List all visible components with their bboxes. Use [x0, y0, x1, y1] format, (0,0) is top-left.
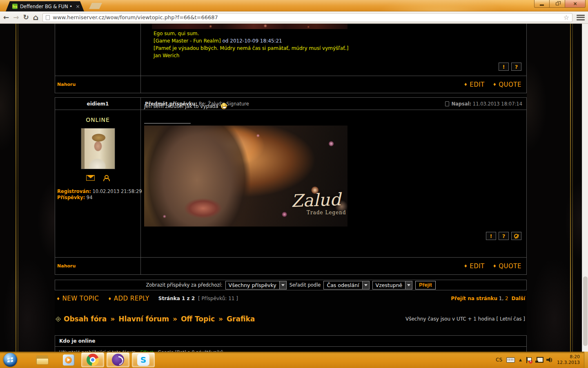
column-divider: [140, 98, 141, 274]
show-posts-label: Zobrazit příspěvky za předchozí:: [146, 282, 222, 288]
restore-button[interactable]: [550, 0, 565, 8]
taskbar-clock[interactable]: 8:20 12.3.2013: [557, 354, 580, 366]
forum-content: Ego sum, qui sum. [Game Master - Fun Rea…: [55, 24, 527, 352]
chrome-taskbar-button[interactable]: [81, 352, 104, 367]
show-desktop-button[interactable]: [584, 352, 588, 368]
signature-title-text: Zalud: [291, 189, 341, 211]
post-author[interactable]: eidiem1: [55, 98, 140, 110]
next-page-link[interactable]: Další: [512, 296, 525, 301]
sort-field-select[interactable]: Čas odeslání: [323, 281, 369, 289]
network-icon[interactable]: [535, 357, 542, 363]
breadcrumb: Obsah fóra » Hlavní fórum » Off Topic » …: [55, 311, 527, 327]
sort-field-value: Čas odeslání: [324, 282, 362, 288]
breadcrumb-main-forum[interactable]: Hlavní fórum: [118, 315, 169, 323]
post-icon: [445, 101, 449, 106]
nahoru-link[interactable]: Nahoru: [57, 263, 76, 269]
board-index-icon[interactable]: [56, 316, 61, 322]
forward-icon[interactable]: →: [13, 14, 19, 21]
no-entry-icon: [514, 234, 519, 238]
browser-tab[interactable]: hs Deffender BG & FUN • Zob ×: [6, 1, 84, 11]
show-posts-value: Všechny příspěvky: [226, 282, 279, 288]
registered-value: 10.02.2013 21:58:29: [92, 188, 142, 194]
diamond-icon: ♦: [464, 82, 468, 87]
keyboard-icon[interactable]: [506, 357, 515, 363]
diamond-icon: ♦: [464, 264, 468, 268]
send-email-icon[interactable]: [86, 175, 95, 181]
timezone-info: Všechny časy jsou v UTC + 1 hodina [ Let…: [405, 316, 527, 322]
reload-icon[interactable]: ↻: [23, 14, 29, 21]
bookmark-star-icon[interactable]: ☆: [564, 14, 569, 21]
media-player-icon[interactable]: [63, 355, 74, 366]
ornament-right: [527, 24, 582, 352]
tab-close-icon[interactable]: ×: [76, 3, 80, 9]
language-indicator[interactable]: CS: [496, 357, 502, 363]
view-profile-icon[interactable]: [103, 175, 109, 181]
skype-taskbar-button[interactable]: S: [132, 352, 155, 367]
goto-page-label[interactable]: Přejít na stránku: [451, 296, 497, 301]
user-avatar: [81, 128, 115, 169]
page-2-link[interactable]: 2: [505, 296, 508, 301]
diamond-icon: ♦: [56, 296, 60, 301]
close-button[interactable]: ×: [565, 0, 586, 8]
breadcrumb-board-index[interactable]: Obsah fóra: [64, 315, 107, 323]
minimize-button[interactable]: [534, 0, 550, 8]
browser-toolbar: ← → ↻ ⌂ www.herniserver.cz/wow/forum/vie…: [0, 11, 588, 24]
warn-post-button[interactable]: [511, 232, 521, 240]
chrome-menu-icon[interactable]: [577, 15, 585, 20]
chevron-down-icon[interactable]: [279, 281, 286, 289]
quote-link[interactable]: ♦QUOTE: [493, 263, 521, 270]
bittorrent-taskbar-button[interactable]: [107, 352, 129, 367]
chevron-down-icon[interactable]: [405, 281, 412, 289]
page-info: Stránka 1 z 2[ Příspěvků: 11 ]: [158, 296, 238, 301]
page-scrollbar[interactable]: [582, 24, 588, 352]
quote-line: Jan Werich: [154, 52, 348, 59]
posts-count-info: [ Příspěvků: 11 ]: [198, 296, 238, 301]
posts-count-value: 94: [87, 195, 93, 200]
url-text[interactable]: www.herniserver.cz/wow/forum/viewtopic.p…: [53, 14, 218, 20]
signature-separator: [144, 123, 191, 123]
quote-author: [Game Master - Fun Realm]: [154, 38, 221, 44]
post-table-previous: Ego sum, qui sum. [Game Master - Fun Rea…: [55, 24, 527, 93]
report-post-button[interactable]: !: [486, 232, 496, 240]
tray-expand-icon[interactable]: ▲: [519, 358, 522, 362]
edit-link[interactable]: ♦EDIT: [464, 81, 485, 88]
site-favicon: hs: [12, 4, 18, 9]
posted-label: Napsal:: [451, 101, 471, 107]
diamond-icon: ♦: [108, 296, 111, 301]
breadcrumb-separator: »: [173, 315, 177, 323]
breadcrumb-grafika[interactable]: Grafika: [227, 315, 255, 323]
post-table: eidiem1 Předmět příspěvku: Re: Žalud's S…: [55, 97, 527, 275]
url-bar[interactable]: www.herniserver.cz/wow/forum/viewtopic.p…: [42, 13, 572, 22]
quote-block: Ego sum, qui sum. [Game Master - Fun Rea…: [154, 30, 348, 59]
volume-icon[interactable]: [546, 357, 552, 363]
report-post-button[interactable]: !: [499, 63, 509, 71]
home-icon[interactable]: ⌂: [33, 13, 39, 21]
system-tray: CS ▲ × 8:20 12.3.2013: [496, 354, 584, 366]
clock-time: 8:20: [557, 354, 580, 360]
quote-link[interactable]: ♦QUOTE: [493, 81, 521, 88]
action-center-flag-icon[interactable]: ×: [526, 357, 531, 363]
sort-direction-select[interactable]: Vzestupně: [372, 281, 413, 289]
breadcrumb-off-topic[interactable]: Off Topic: [181, 315, 215, 323]
page-icon: [46, 15, 50, 20]
skype-icon: S: [137, 354, 149, 366]
new-topic-link[interactable]: ♦NEW TOPIC: [56, 295, 99, 302]
go-button[interactable]: Přejít: [415, 281, 435, 289]
nahoru-link[interactable]: Nahoru: [57, 82, 76, 87]
quote-line: [Pameť je výsadou blbých. Múdry nemá čas…: [154, 45, 348, 52]
chevron-down-icon[interactable]: [362, 281, 369, 289]
browser-titlebar: hs Deffender BG & FUN • Zob × ×: [0, 0, 588, 11]
post-buttons: ! ?: [496, 63, 521, 71]
question-post-button[interactable]: ?: [511, 63, 521, 71]
start-button[interactable]: [3, 353, 17, 367]
grin-emoticon: [221, 103, 227, 109]
edit-link[interactable]: ♦EDIT: [464, 263, 485, 270]
back-icon[interactable]: ←: [3, 14, 9, 21]
explorer-icon[interactable]: [36, 355, 48, 365]
scrollbar-thumb[interactable]: [583, 276, 588, 346]
show-posts-select[interactable]: Všechny příspěvky: [225, 281, 287, 289]
question-post-button[interactable]: ?: [499, 232, 509, 240]
posts-count-label: Příspěvky:: [57, 195, 85, 200]
add-reply-link[interactable]: ♦ADD REPLY: [108, 295, 149, 302]
new-tab-button[interactable]: [89, 3, 102, 9]
